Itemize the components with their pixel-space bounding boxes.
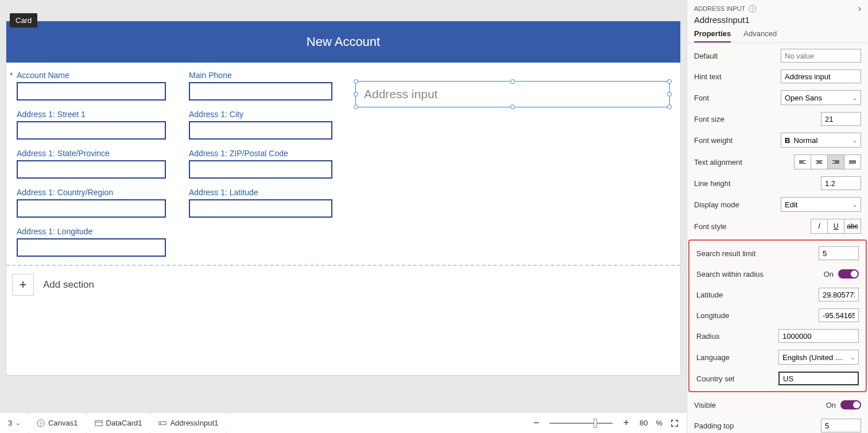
- chevron-right-icon[interactable]: ›: [858, 3, 861, 14]
- row-search-radius: Search within radius On: [696, 267, 859, 281]
- breadcrumb-datacard[interactable]: DataCard1: [87, 413, 151, 433]
- prop-label: Hint text: [694, 72, 722, 81]
- selection-handle[interactable]: [510, 79, 515, 84]
- input-country-set[interactable]: [778, 372, 859, 385]
- help-icon[interactable]: ?: [749, 5, 757, 13]
- input-city[interactable]: [189, 121, 332, 140]
- align-left-button[interactable]: [794, 154, 811, 169]
- input-font-size[interactable]: [821, 112, 861, 126]
- selection-handle[interactable]: [667, 92, 672, 96]
- row-default: Default: [694, 49, 861, 63]
- field-street1[interactable]: Address 1: Street 1: [17, 110, 166, 140]
- breadcrumb-first[interactable]: 3 ⌄: [0, 413, 29, 433]
- field-label: Address 1: Country/Region: [17, 188, 166, 197]
- field-account-name[interactable]: * Account Name: [17, 71, 166, 100]
- input-search-limit[interactable]: [819, 246, 859, 260]
- breadcrumb-canvas[interactable]: ? Canvas1: [29, 413, 86, 433]
- row-hint-text: Hint text: [694, 69, 861, 83]
- input-line-height[interactable]: [821, 176, 861, 190]
- toggle-visible[interactable]: On: [826, 400, 861, 409]
- selection-handle[interactable]: [667, 79, 672, 84]
- prop-label: Text alignment: [694, 158, 742, 167]
- input-longitude[interactable]: [17, 238, 166, 257]
- toggle-search-radius[interactable]: On: [824, 269, 859, 279]
- breadcrumb-text: 3: [8, 419, 12, 427]
- svg-rect-4: [159, 422, 166, 424]
- form-column-1: * Account Name Address 1: Street 1 Addre…: [17, 71, 166, 257]
- input-state[interactable]: [17, 160, 166, 179]
- toggle-switch[interactable]: [840, 400, 861, 409]
- prop-label: Longitude: [696, 311, 729, 320]
- dropdown-font-weight[interactable]: B Normal ⌄: [781, 133, 861, 148]
- form-title: New Account: [6, 21, 680, 63]
- input-zip[interactable]: [189, 160, 332, 179]
- field-country[interactable]: Address 1: Country/Region: [17, 188, 166, 218]
- align-justify-button[interactable]: [844, 154, 861, 169]
- canvas-area: Card New Account * Account Name Address …: [0, 0, 687, 433]
- breadcrumb-text: Canvas1: [48, 419, 78, 427]
- field-state[interactable]: Address 1: State/Province: [17, 149, 166, 179]
- dropdown-font[interactable]: Open Sans ⌄: [781, 90, 861, 105]
- input-latitude[interactable]: [819, 288, 859, 301]
- input-longitude[interactable]: [819, 308, 859, 322]
- chevron-down-icon: ⌄: [852, 137, 857, 144]
- selection-handle[interactable]: [354, 79, 358, 84]
- required-mark: *: [10, 71, 13, 80]
- input-radius[interactable]: [778, 329, 859, 343]
- prop-label: Language: [696, 353, 730, 362]
- prop-label: Search within radius: [696, 270, 764, 279]
- input-latitude[interactable]: [189, 199, 332, 218]
- field-zip[interactable]: Address 1: ZIP/Postal Code: [189, 149, 332, 179]
- input-hint-text[interactable]: [781, 69, 861, 83]
- underline-icon: U: [834, 222, 839, 230]
- prop-label: Latitude: [696, 291, 723, 299]
- address-input-control[interactable]: Address input: [355, 81, 670, 107]
- field-label: Main Phone: [189, 71, 332, 80]
- zoom-slider-thumb[interactable]: [594, 419, 597, 428]
- dropdown-language[interactable]: English (United States) ⌄: [778, 350, 859, 365]
- breadcrumb-addressinput[interactable]: AddressInput1: [150, 413, 227, 433]
- underline-button[interactable]: U: [827, 219, 844, 234]
- form-column-2: Main Phone Address 1: City Address 1: ZI…: [189, 71, 332, 257]
- input-account-name[interactable]: [17, 82, 166, 100]
- toggle-switch[interactable]: [838, 269, 859, 279]
- selection-handle[interactable]: [354, 105, 358, 109]
- input-street1[interactable]: [17, 121, 166, 140]
- tab-properties[interactable]: Properties: [694, 29, 731, 42]
- zoom-controls: − + 80 %: [531, 417, 687, 429]
- panel-rows: Default Hint text Font Open Sans ⌄ Font …: [687, 43, 868, 239]
- expand-icon[interactable]: [671, 419, 679, 427]
- input-default[interactable]: [781, 49, 861, 63]
- field-main-phone[interactable]: Main Phone: [189, 71, 332, 100]
- tab-advanced[interactable]: Advanced: [743, 29, 777, 42]
- input-padding-top[interactable]: [821, 419, 861, 432]
- dropdown-display-mode[interactable]: Edit ⌄: [781, 197, 861, 212]
- align-center-button[interactable]: [811, 154, 828, 169]
- strike-button[interactable]: abc: [844, 219, 861, 234]
- add-section-button[interactable]: +: [12, 274, 34, 296]
- card-tooltip: Card: [10, 13, 37, 28]
- zoom-slider[interactable]: [549, 423, 613, 424]
- prop-label: Padding top: [694, 422, 734, 430]
- input-country[interactable]: [17, 199, 166, 218]
- prop-label: Font weight: [694, 136, 733, 145]
- zoom-out-button[interactable]: −: [531, 417, 542, 429]
- prop-label: Country set: [696, 374, 734, 383]
- selection-handle[interactable]: [510, 105, 515, 109]
- selection-handle[interactable]: [667, 105, 672, 109]
- align-right-button[interactable]: [827, 154, 844, 169]
- field-latitude[interactable]: Address 1: Latitude: [189, 188, 332, 218]
- field-city[interactable]: Address 1: City: [189, 110, 332, 140]
- row-search-limit: Search result limit: [696, 246, 859, 260]
- italic-button[interactable]: I: [811, 219, 828, 234]
- row-radius: Radius: [696, 329, 859, 343]
- field-longitude[interactable]: Address 1: Longitude: [17, 227, 166, 257]
- zoom-in-button[interactable]: +: [621, 417, 631, 429]
- row-padding-top: Padding top: [694, 419, 861, 432]
- field-label: Address 1: City: [189, 110, 332, 119]
- italic-icon: I: [818, 222, 820, 230]
- input-main-phone[interactable]: [189, 82, 332, 100]
- dropdown-value: Open Sans: [785, 94, 822, 102]
- selection-handle[interactable]: [354, 92, 358, 96]
- add-section-row[interactable]: + Add section: [6, 266, 680, 304]
